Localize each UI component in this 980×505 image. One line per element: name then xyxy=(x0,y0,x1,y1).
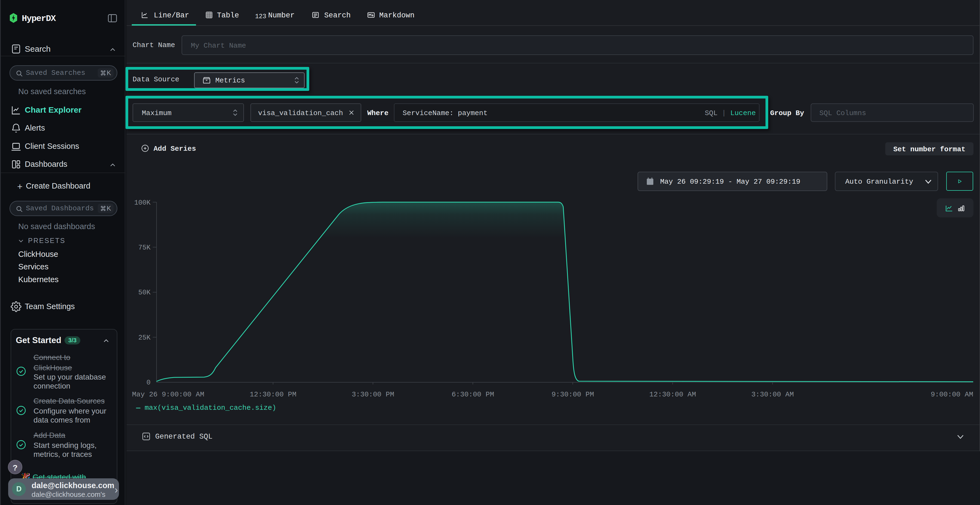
svg-text:6:30:00 PM: 6:30:00 PM xyxy=(452,391,494,399)
svg-text:9:00:00 AM: 9:00:00 AM xyxy=(931,391,973,399)
svg-text:100K: 100K xyxy=(134,199,151,207)
svg-text:9:30:00 PM: 9:30:00 PM xyxy=(552,391,594,399)
svg-text:75K: 75K xyxy=(138,244,151,252)
svg-text:25K: 25K xyxy=(138,334,151,342)
svg-text:3:30:00 PM: 3:30:00 PM xyxy=(352,391,394,399)
svg-text:May 26 9:00:00 AM: May 26 9:00:00 AM xyxy=(132,391,204,399)
svg-text:50K: 50K xyxy=(138,289,151,297)
svg-text:3:30:00 AM: 3:30:00 AM xyxy=(751,391,794,399)
svg-text:0: 0 xyxy=(146,379,151,387)
svg-text:12:30:00 AM: 12:30:00 AM xyxy=(649,391,696,399)
svg-text:12:30:00 PM: 12:30:00 PM xyxy=(250,391,296,399)
